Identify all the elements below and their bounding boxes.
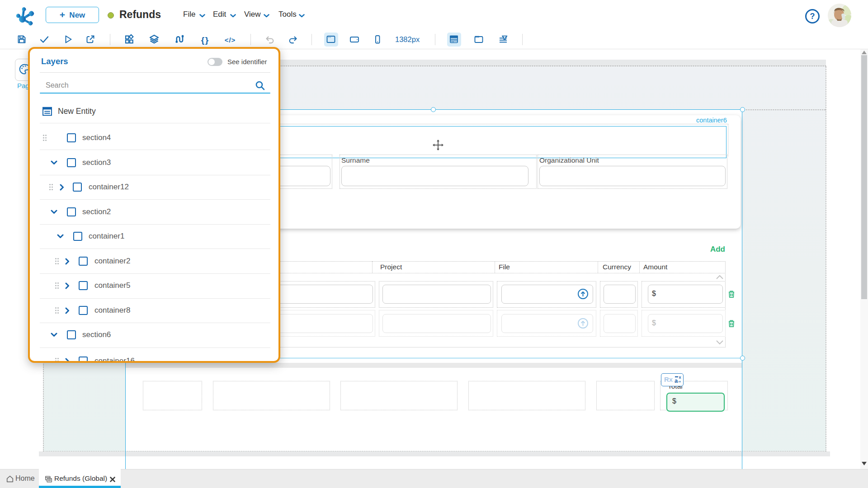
svg-text:,,: ,, bbox=[679, 378, 681, 383]
svg-text:a: a bbox=[675, 377, 678, 384]
